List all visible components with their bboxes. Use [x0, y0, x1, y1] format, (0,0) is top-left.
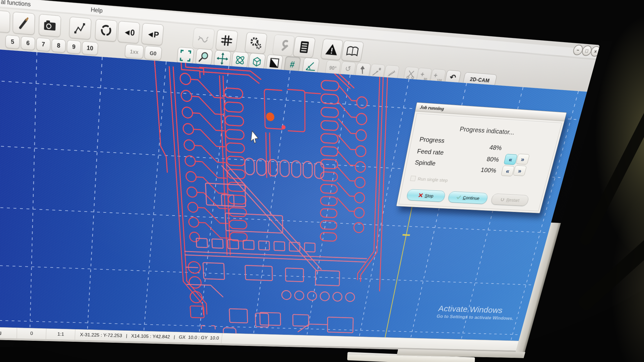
increase-icon: »	[520, 155, 525, 163]
status-scale: 1:1	[46, 329, 75, 340]
digit-label: 10	[87, 44, 93, 52]
digit-9-button[interactable]: 9	[67, 40, 81, 54]
job-running-dialog: Job running Progress indicator... Progre…	[396, 102, 567, 213]
minimize-glyph: −	[576, 47, 580, 52]
digit-10-button[interactable]: 10	[82, 41, 98, 55]
stop-x-icon	[418, 193, 423, 198]
feed-rate-increase-button[interactable]: »	[516, 154, 530, 165]
g0-label: G0	[149, 50, 157, 56]
mouse-cursor	[250, 131, 261, 145]
digit-label: 6	[26, 40, 30, 47]
cnc-app-window: al functions Help ◄0	[0, 0, 600, 352]
digit-label: 8	[57, 42, 60, 49]
fit-view-button[interactable]	[177, 47, 194, 64]
spindle-value: 100%	[461, 165, 497, 174]
zoom-button[interactable]	[195, 49, 213, 66]
pen-button[interactable]	[13, 12, 35, 35]
spindle-decrease-button[interactable]: «	[501, 165, 514, 176]
run-single-step-label: Run single step	[417, 176, 448, 183]
rotate-90-label: 90°	[329, 64, 337, 71]
g0-button[interactable]: G0	[144, 46, 162, 60]
camera-button[interactable]	[39, 14, 61, 37]
feed-rate-decrease-button[interactable]: «	[504, 154, 517, 165]
stop-button[interactable]: Stop	[406, 189, 446, 202]
rotate-cycle-button[interactable]	[95, 19, 118, 42]
spindle-increase-button[interactable]: »	[513, 165, 527, 176]
book-button[interactable]	[341, 40, 364, 62]
gears-button[interactable]	[245, 32, 267, 54]
spindle-label: Spindle	[414, 159, 436, 167]
dialog-body: Progress indicator... Progress 48% Feed …	[399, 114, 562, 211]
step-100-label: +100	[433, 72, 443, 81]
step-90-label: +90	[420, 70, 428, 79]
warning-icon	[323, 41, 341, 58]
menu-item-help[interactable]: Help	[89, 6, 105, 14]
progress-label: Progress	[419, 135, 445, 144]
rotate-cycle-icon	[98, 21, 114, 39]
camera-icon	[42, 16, 58, 35]
digit-8-button[interactable]: 8	[52, 39, 66, 53]
run-single-step-row: Run single step	[410, 176, 448, 183]
digit-5-button[interactable]: 5	[5, 35, 20, 49]
warning-button[interactable]	[321, 39, 343, 60]
gears-icon	[247, 34, 264, 51]
restart-label: Restart	[506, 197, 520, 203]
clipped-tool-button[interactable]	[0, 9, 10, 33]
swap-icon	[195, 30, 212, 47]
pan-icon	[215, 51, 230, 67]
increase-icon: »	[517, 167, 523, 174]
multiplier-label: 1xx	[130, 48, 139, 55]
status-counter: 0	[17, 328, 46, 339]
stop-label: Stop	[424, 193, 434, 198]
hash-arrows-icon	[218, 32, 235, 50]
hash-arrows-button[interactable]	[216, 29, 238, 51]
monitor-screen: al functions Help ◄0	[0, 0, 611, 359]
goto-park-button[interactable]: ◄P	[141, 23, 164, 46]
maximize-glyph: □	[585, 48, 589, 53]
digit-label: 9	[72, 43, 76, 51]
polyline-icon	[72, 19, 89, 37]
digit-label: 5	[11, 38, 14, 46]
multiplier-1xx-button: 1xx	[125, 44, 144, 59]
close-glyph: ×	[594, 49, 598, 54]
rotate-ccw-label: ↺	[344, 65, 351, 73]
decrease-icon: «	[508, 156, 513, 163]
cube-3d-icon	[249, 54, 265, 70]
decrease-icon: «	[505, 167, 510, 175]
wrench-button	[272, 34, 295, 57]
polyline-button[interactable]	[69, 16, 91, 40]
list-panel-button[interactable]	[293, 36, 316, 58]
feed-rate-value: 80%	[464, 154, 500, 163]
atom-icon	[232, 52, 248, 68]
pan-button[interactable]	[214, 50, 231, 67]
goto-zero-label: ◄0	[123, 27, 134, 38]
wrench-icon	[275, 37, 292, 54]
digit-7-button[interactable]: 7	[36, 37, 50, 51]
clipped-tool-icon	[0, 12, 5, 30]
run-single-step-checkbox	[410, 176, 416, 181]
pen-icon	[15, 14, 32, 32]
fit-view-icon	[178, 48, 193, 64]
tool-position-marker	[266, 112, 274, 121]
feed-rate-label: Feed rate	[417, 147, 445, 156]
contrast-icon	[267, 55, 282, 71]
digit-label: 7	[42, 41, 45, 48]
progress-value: 48%	[466, 142, 503, 152]
undo-label: ↶	[449, 73, 457, 82]
restart-button: Restart	[490, 193, 529, 206]
hash-grid-label: #	[289, 59, 295, 70]
menu-item-special-functions[interactable]: al functions	[0, 0, 33, 8]
goto-zero-button[interactable]: ◄0	[118, 21, 140, 44]
swap-button	[192, 27, 215, 50]
restart-icon	[500, 197, 505, 202]
continue-check-icon	[456, 195, 461, 200]
zoom-icon	[196, 49, 212, 65]
list-panel-icon	[296, 38, 313, 56]
status-state: running	[0, 327, 17, 339]
continue-button[interactable]: Continue	[447, 191, 489, 204]
goto-park-label: ◄P	[146, 29, 159, 40]
cam-2d-label: 2D-CAM	[469, 76, 490, 84]
continue-label: Continue	[463, 195, 480, 200]
digit-6-button[interactable]: 6	[21, 36, 35, 50]
book-icon	[344, 42, 361, 60]
